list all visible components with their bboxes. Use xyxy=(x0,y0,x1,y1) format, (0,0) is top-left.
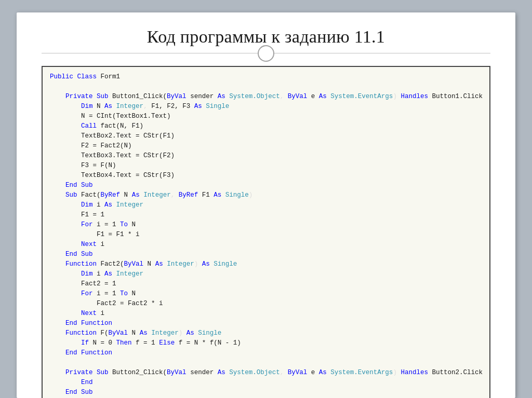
code-line-18: Next i xyxy=(50,240,482,250)
circle-connector xyxy=(258,45,274,62)
code-line-14: Dim i As Integer xyxy=(50,200,482,210)
code-line-21: Dim i As Integer xyxy=(50,269,482,279)
code-block: Public Class Form1 Private Sub Button1_C… xyxy=(42,66,490,398)
code-line-20: Function Fact2(ByVal N As Integer) As Si… xyxy=(50,259,482,269)
code-line-25: Next i xyxy=(50,309,482,319)
code-line-23: For i = 1 To N xyxy=(50,289,482,299)
code-line-15: F1 = 1 xyxy=(50,210,482,220)
code-line-30 xyxy=(50,358,482,368)
code-line-5: N = CInt(TextBox1.Text) xyxy=(50,112,482,121)
code-line-17: F1 = F1 * i xyxy=(50,230,482,240)
code-line-33: End Sub xyxy=(50,388,482,397)
code-line-1: Public Class Form1 xyxy=(50,72,482,82)
code-line-13: Sub Fact(ByRef N As Integer, ByRef F1 As… xyxy=(50,190,482,200)
code-line-29: End Function xyxy=(50,348,482,358)
title-section: Код программы к заданию 11.1 xyxy=(17,12,515,47)
code-line-31: Private Sub Button2_Click(ByVal sender A… xyxy=(50,368,482,378)
code-line-11: TextBox4.Text = CStr(F3) xyxy=(50,171,482,181)
code-line-28: If N = 0 Then f = 1 Else f = N * f(N - 1… xyxy=(50,338,482,348)
code-line-4: Dim N As Integer, F1, F2, F3 As Single xyxy=(50,102,482,112)
code-line-27: Function F(ByVal N As Integer) As Single xyxy=(50,328,482,338)
code-line-16: For i = 1 To N xyxy=(50,220,482,230)
code-line-32: End xyxy=(50,378,482,388)
code-line-2 xyxy=(50,82,482,92)
divider-area xyxy=(17,53,515,62)
code-line-9: TextBox3.Text = CStr(F2) xyxy=(50,151,482,161)
code-line-10: F3 = F(N) xyxy=(50,161,482,171)
slide: Код программы к заданию 11.1 Public Clas… xyxy=(17,12,515,398)
code-line-3: Private Sub Button1_Click(ByVal sender A… xyxy=(50,92,482,102)
code-line-19: End Sub xyxy=(50,250,482,259)
code-line-6: Call fact(N, F1) xyxy=(50,121,482,131)
code-line-24: Fact2 = Fact2 * i xyxy=(50,299,482,309)
slide-title: Код программы к заданию 11.1 xyxy=(37,27,495,47)
content-area: Public Class Form1 Private Sub Button1_C… xyxy=(42,66,490,398)
code-line-12: End Sub xyxy=(50,181,482,190)
code-line-26: End Function xyxy=(50,319,482,328)
code-line-7: TextBox2.Text = CStr(F1) xyxy=(50,131,482,141)
code-line-8: F2 = Fact2(N) xyxy=(50,141,482,151)
code-line-22: Fact2 = 1 xyxy=(50,279,482,289)
